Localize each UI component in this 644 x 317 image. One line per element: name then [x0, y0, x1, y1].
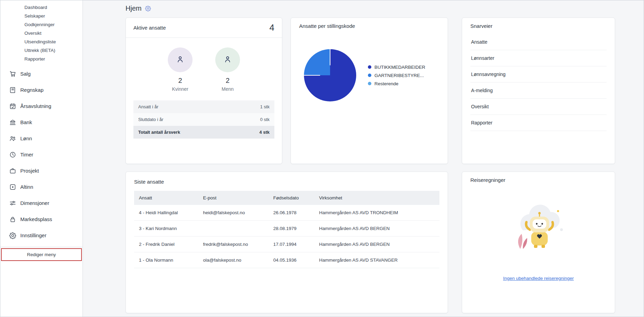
stat-value: 4 stk	[259, 130, 270, 135]
lock-icon	[9, 216, 16, 223]
card-title: Aktive ansatte	[133, 25, 166, 31]
sidebar-item-altinn[interactable]: Altinn	[9, 184, 83, 190]
pie-chart	[304, 49, 356, 101]
main-content: Hjem Aktive ansatte 4 2Kvinner2Menn Ansa…	[83, 0, 644, 317]
sidebar-subitem-rapporter[interactable]: Rapporter	[24, 57, 83, 62]
card-active-employees: Aktive ansatte 4 2Kvinner2Menn Ansatt i …	[125, 18, 282, 164]
card-job-codes: Ansatte per stillingskode BUTIKKMEDARBEI…	[291, 18, 448, 164]
person-icon	[176, 55, 184, 64]
shortcut-link-oversikt[interactable]: Oversikt	[470, 99, 607, 115]
table-row[interactable]: 1 - Ola Normannola@falskepost.no04.05.19…	[134, 252, 439, 268]
stat-label: Totalt antall årsverk	[138, 130, 180, 135]
group-count: 2	[178, 77, 182, 85]
shortcut-link-l-nnsavregning[interactable]: Lønnsavregning	[470, 66, 607, 83]
shortcut-link-rapporter[interactable]: Rapporter	[470, 115, 607, 131]
shortcut-link-l-nnsarter[interactable]: Lønnsarter	[470, 50, 607, 66]
stat-row-ansatt-i-r: Ansatt i år1 stk	[133, 100, 274, 113]
table-cell: 2 - Fredrik Daniel	[134, 237, 198, 252]
sidebar-subitem-godkjenninger[interactable]: Godkjenninger	[24, 22, 83, 27]
card-travel-expenses: Reiseregninger	[462, 172, 615, 313]
table-row[interactable]: 4 - Heidi Hallingdalheidi@falskepost.no2…	[134, 205, 439, 221]
sidebar-item-l-nn[interactable]: Lønn	[9, 135, 83, 142]
active-employees-total: 4	[270, 22, 274, 33]
table-cell	[198, 221, 268, 237]
card-title: Ansatte per stillingskode	[299, 23, 355, 29]
table-row[interactable]: 3 - Kari Nordmann28.08.1979Hammergården …	[134, 221, 439, 237]
shortcut-link-ansatte[interactable]: Ansatte	[470, 34, 607, 50]
column-header-ansatt: Ansatt	[134, 191, 198, 205]
sidebar-subitem-oversikt[interactable]: Oversikt	[24, 31, 83, 36]
column-header-f-dselsdato: Fødselsdato	[269, 191, 314, 205]
sidebar-sub-list: DashboardSelskaperGodkjenningerOversiktU…	[0, 0, 83, 62]
sidebar-item-label: Bank	[20, 119, 32, 126]
legend-label: BUTIKKMEDARBEIDER	[374, 65, 425, 70]
stat-value: 1 stk	[260, 104, 270, 109]
clock-icon	[9, 151, 16, 158]
shortcut-link-a-melding[interactable]: A-melding	[470, 83, 607, 99]
cart-icon	[9, 70, 16, 77]
sidebar-subitem-selskaper[interactable]: Selskaper	[24, 14, 83, 19]
sidebar-item-label: Timer	[20, 151, 33, 158]
sidebar-item-innstillinger[interactable]: Innstillinger	[9, 232, 83, 239]
sidebar-item-markedsplass[interactable]: Markedsplass	[9, 216, 83, 223]
table-cell: 1 - Ola Normann	[134, 252, 198, 268]
gender-group-menn: 2Menn	[215, 47, 240, 92]
group-label: Menn	[221, 86, 233, 92]
legend-item-butikkmedarbeider: BUTIKKMEDARBEIDER	[368, 65, 425, 70]
sidebar-item-rsavslutning[interactable]: Årsavslutning	[9, 103, 83, 110]
sidebar-item-label: Altinn	[20, 184, 33, 190]
edit-menu-button[interactable]: Rediger meny	[1, 248, 82, 261]
sidebar-item-dimensjoner[interactable]: Dimensjoner	[9, 200, 83, 207]
legend-dot	[368, 82, 371, 85]
pie-legend: BUTIKKMEDARBEIDERGARTNERIBESTYRE...Reste…	[368, 65, 425, 86]
table-cell: 3 - Kari Nordmann	[134, 221, 198, 237]
table-cell: 17.07.1994	[269, 237, 314, 252]
group-count: 2	[226, 77, 229, 85]
sidebar-item-regnskap[interactable]: Regnskap	[9, 87, 83, 94]
page-settings-gear-icon[interactable]	[145, 6, 151, 11]
table-cell: ola@falskepost.no	[198, 252, 268, 268]
legend-dot	[368, 65, 371, 69]
sidebar-item-label: Dimensjoner	[20, 200, 49, 207]
stat-label: Sluttdato i år	[138, 117, 163, 122]
card-latest-employees: Siste ansatte AnsattE-postFødselsdatoVir…	[125, 172, 448, 313]
briefcase-icon	[9, 167, 16, 174]
table-cell: 28.08.1979	[269, 221, 314, 237]
card-title: Reiseregninger	[470, 177, 607, 183]
card-title: Snarveier	[470, 23, 492, 29]
sidebar-item-label: Salg	[20, 70, 31, 77]
table-cell: Hammergården AS AVD BERGEN	[314, 237, 439, 252]
sidebar-subitem-dashboard[interactable]: Dashboard	[24, 5, 83, 10]
avatar	[168, 47, 193, 72]
column-header-e-post: E-post	[198, 191, 268, 205]
no-travel-expenses-link[interactable]: Ingen ubehandlede reiseregninger	[470, 276, 607, 281]
sidebar-subitem-utsendingsliste[interactable]: Utsendingsliste	[24, 40, 83, 44]
stat-row-sluttdato-i-r: Sluttdato i år0 stk	[133, 113, 274, 126]
sidebar-item-bank[interactable]: Bank	[9, 119, 83, 126]
table-cell: Hammergården AS AVD STAVANGER	[314, 252, 439, 268]
stat-value: 0 stk	[260, 117, 270, 122]
page-title: Hjem	[125, 4, 142, 12]
sidebar-item-prosjekt[interactable]: Prosjekt	[9, 167, 83, 174]
bank-icon	[9, 119, 16, 126]
sidebar-nav-list: SalgRegnskapÅrsavslutningBankLønnTimerPr…	[0, 62, 83, 239]
card-title: Siste ansatte	[134, 179, 164, 185]
sidebar-item-salg[interactable]: Salg	[9, 70, 83, 77]
gender-groups: 2Kvinner2Menn	[126, 47, 282, 92]
sidebar-item-label: Markedsplass	[20, 216, 52, 223]
legend-item-gartneribestyre: GARTNERIBESTYRE...	[368, 73, 425, 78]
person-icon	[224, 55, 231, 64]
sidebar-item-timer[interactable]: Timer	[9, 151, 83, 158]
ledger-icon	[9, 87, 16, 94]
gender-group-kvinner: 2Kvinner	[168, 47, 193, 92]
table-cell: Hammergården AS AVD BERGEN	[314, 221, 439, 237]
sidebar-item-label: Årsavslutning	[20, 103, 51, 110]
sliders-icon	[9, 200, 16, 207]
table-cell: heidi@falskepost.no	[198, 205, 268, 221]
stat-row-totalt-antall-rsverk: Totalt antall årsverk4 stk	[133, 126, 274, 139]
robot-mascot-illustration	[470, 197, 607, 256]
table-cell: Hammergården AS AVD TRONDHEIM	[314, 205, 439, 221]
table-row[interactable]: 2 - Fredrik Danielfredrik@falskepost.no1…	[134, 237, 439, 252]
sidebar-subitem-uttrekk-beta[interactable]: Uttrekk (BETA)	[24, 48, 83, 53]
employee-stats: Ansatt i år1 stkSluttdato i år0 stkTotal…	[133, 100, 274, 139]
